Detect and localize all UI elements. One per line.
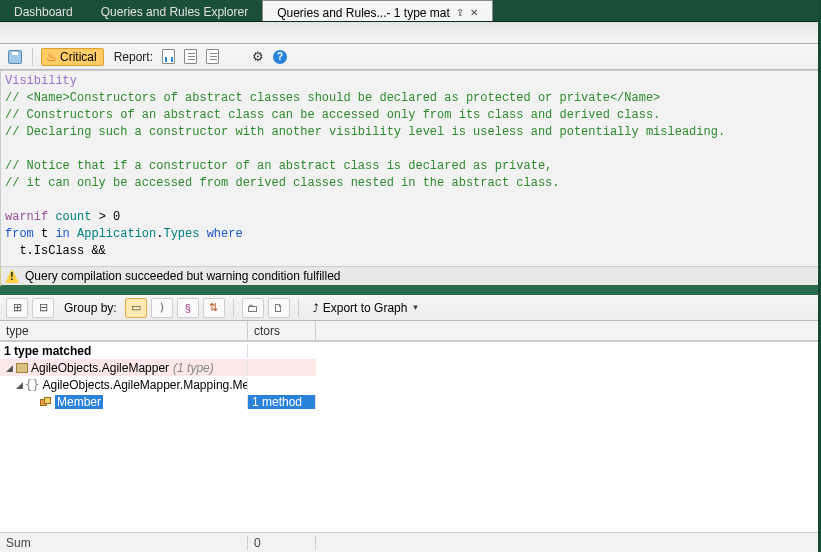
critical-toggle[interactable]: ♨ Critical bbox=[41, 48, 104, 66]
group-namespace-button[interactable]: ▭ bbox=[125, 298, 147, 318]
list2-doc-icon bbox=[206, 49, 219, 64]
code-keyword: in bbox=[55, 227, 69, 241]
export-label: Export to Graph bbox=[323, 301, 408, 315]
export-icon: ⤴ bbox=[313, 302, 319, 314]
col-header-type[interactable]: type bbox=[0, 321, 248, 341]
tab-content-header bbox=[0, 22, 821, 44]
disk-icon bbox=[8, 50, 22, 64]
help-icon: ? bbox=[273, 50, 287, 64]
code-keyword: warnif bbox=[5, 210, 48, 224]
results-toolbar: ⊞ ⊟ Group by: ▭ ⟩ § ⇅ 🗀 🗋 ⤴ Export to Gr… bbox=[0, 295, 821, 321]
summary-text: 1 type matched bbox=[0, 344, 248, 358]
warning-icon: ! bbox=[5, 269, 19, 283]
code-ident: Application bbox=[70, 227, 156, 241]
code-text: t.IsClass && bbox=[5, 244, 106, 258]
expander-icon[interactable]: ◢ bbox=[16, 380, 23, 390]
report-detail-button[interactable] bbox=[203, 48, 221, 66]
member-name: Member bbox=[55, 395, 103, 409]
tab-dashboard[interactable]: Dashboard bbox=[0, 0, 87, 21]
expand-all-button[interactable]: ⊞ bbox=[6, 298, 28, 318]
save-button[interactable] bbox=[6, 48, 24, 66]
grid-footer: Sum 0 bbox=[0, 532, 821, 552]
help-button[interactable]: ? bbox=[271, 48, 289, 66]
view-file-button[interactable]: 🗋 bbox=[268, 298, 290, 318]
grid-spacer bbox=[0, 410, 316, 552]
view-folder-button[interactable]: 🗀 bbox=[242, 298, 264, 318]
collapse-all-button[interactable]: ⊟ bbox=[32, 298, 54, 318]
code-keyword: from bbox=[5, 227, 34, 241]
code-comment: // Notice that if a constructor of an ab… bbox=[5, 159, 552, 173]
code-section: Visibility bbox=[5, 74, 77, 88]
namespace-label: AgileObjects.AgileMapper.Mapping.Memb bbox=[42, 378, 248, 392]
list-doc-icon bbox=[184, 49, 197, 64]
code-comment: // Declaring such a constructor with ano… bbox=[5, 125, 725, 139]
expander-icon[interactable]: ◢ bbox=[4, 363, 14, 373]
type-icon bbox=[40, 397, 52, 407]
group-btn-4[interactable]: ⇅ bbox=[203, 298, 225, 318]
code-ident: count bbox=[55, 210, 91, 224]
namespace-row[interactable]: ◢ {} AgileObjects.AgileMapper.Mapping.Me… bbox=[0, 376, 316, 393]
results-divider bbox=[0, 287, 821, 295]
namespace-row[interactable]: ◢ AgileObjects.AgileMapper (1 type) bbox=[0, 359, 316, 376]
col-header-empty bbox=[316, 321, 821, 341]
separator bbox=[298, 299, 299, 317]
results-grid-header: type ctors bbox=[0, 321, 821, 342]
package-icon bbox=[16, 363, 28, 373]
col-header-ctors[interactable]: ctors bbox=[248, 321, 316, 341]
tab-queries-explorer[interactable]: Queries and Rules Explorer bbox=[87, 0, 262, 21]
report-chart-button[interactable] bbox=[159, 48, 177, 66]
code-text: > 0 bbox=[91, 210, 120, 224]
editor-toolbar: ♨ Critical Report: ⚙ ? bbox=[0, 44, 821, 70]
separator bbox=[32, 48, 33, 66]
footer-value: 0 bbox=[248, 536, 316, 550]
code-comment: // <Name>Constructors of abstract classe… bbox=[5, 91, 660, 105]
type-count: (1 type) bbox=[173, 361, 214, 375]
group-by-label: Group by: bbox=[64, 301, 117, 315]
compilation-status-bar: ! Query compilation succeeded but warnin… bbox=[0, 267, 821, 287]
group-btn-3[interactable]: § bbox=[177, 298, 199, 318]
member-row-selected[interactable]: Member 1 method bbox=[0, 393, 316, 410]
critical-label: Critical bbox=[60, 50, 97, 64]
status-text: Query compilation succeeded but warning … bbox=[25, 269, 341, 283]
tab-active-label: Queries and Rules...- 1 type mat bbox=[277, 6, 450, 20]
code-comment: // Constructors of an abstract class can… bbox=[5, 108, 660, 122]
code-ident: Types bbox=[163, 227, 199, 241]
export-to-graph-button[interactable]: ⤴ Export to Graph ▼ bbox=[307, 299, 426, 317]
member-ctors: 1 method bbox=[248, 395, 316, 409]
query-editor[interactable]: Visibility // <Name>Constructors of abst… bbox=[0, 70, 821, 267]
namespace-label: AgileObjects.AgileMapper bbox=[31, 361, 169, 375]
separator bbox=[233, 299, 234, 317]
flame-icon: ♨ bbox=[46, 50, 57, 64]
results-tree: 1 type matched ◢ AgileObjects.AgileMappe… bbox=[0, 342, 316, 552]
footer-label: Sum bbox=[0, 536, 248, 550]
tab-active-query[interactable]: Queries and Rules...- 1 type mat ⇪ ✕ bbox=[262, 0, 493, 21]
chevron-down-icon: ▼ bbox=[411, 303, 419, 312]
chart-doc-icon bbox=[162, 49, 175, 64]
code-text: t bbox=[34, 227, 56, 241]
pin-icon[interactable]: ⇪ bbox=[456, 7, 464, 18]
gear-icon: ⚙ bbox=[252, 49, 264, 64]
tab-bar: Dashboard Queries and Rules Explorer Que… bbox=[0, 0, 821, 22]
report-label: Report: bbox=[114, 50, 153, 64]
settings-button[interactable]: ⚙ bbox=[249, 48, 267, 66]
close-icon[interactable]: ✕ bbox=[470, 7, 478, 18]
namespace-icon: {} bbox=[25, 378, 39, 392]
code-keyword: where bbox=[207, 227, 243, 241]
code-comment: // it can only be accessed from derived … bbox=[5, 176, 560, 190]
summary-row: 1 type matched bbox=[0, 342, 316, 359]
report-list-button[interactable] bbox=[181, 48, 199, 66]
group-btn-2[interactable]: ⟩ bbox=[151, 298, 173, 318]
